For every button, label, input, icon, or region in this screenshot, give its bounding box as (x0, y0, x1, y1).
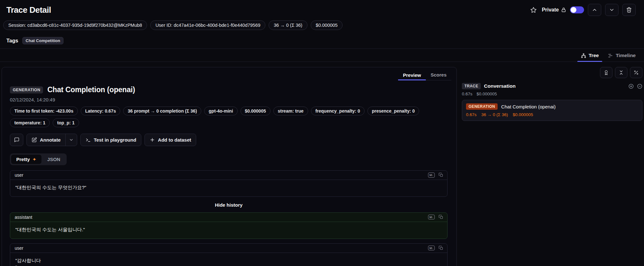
circle-minus-icon (637, 84, 642, 89)
observation-body: GENERATION Chat Completion (openai) 02/1… (2, 80, 456, 266)
plus-icon (150, 137, 155, 143)
star-button[interactable] (529, 5, 538, 15)
generation-type-badge: GENERATION (10, 86, 43, 93)
preview-scores-tabbar: Preview Scores (2, 67, 456, 80)
message-role: user (15, 246, 23, 251)
observation-card: Preview Scores GENERATION Chat Completio… (2, 67, 457, 266)
cost-badge: $0.000005 (311, 20, 343, 30)
copy-icon[interactable] (439, 173, 443, 177)
tags-label: Tags (6, 38, 18, 44)
percent-icon (633, 70, 639, 75)
caret-down-icon (69, 137, 74, 142)
circle-plus-icon (628, 84, 634, 89)
previous-trace-button[interactable] (588, 4, 601, 16)
pill-latency: Latency: 0.67s (81, 107, 121, 115)
observation-header: GENERATION Chat Completion (openai) (10, 85, 448, 94)
trace-name: Conversation (484, 83, 515, 89)
collapse-tree-button[interactable] (637, 84, 642, 89)
content-area: Preview Scores GENERATION Chat Completio… (0, 62, 644, 266)
show-percentages-button[interactable] (630, 67, 642, 78)
markdown-toggle-icon[interactable]: M↓ (428, 246, 435, 250)
add-to-dataset-label: Add to dataset (158, 137, 191, 143)
edit-pencil-icon (32, 137, 37, 143)
annotate-dropdown-button[interactable] (65, 134, 77, 146)
chat-bubble-icon (14, 137, 19, 143)
add-to-dataset-button[interactable]: Add to dataset (144, 134, 196, 146)
message-header: user M↓ (10, 244, 447, 253)
message-list: user M↓ "대한민국의 수도는 무엇인가요?" Hide history … (10, 170, 448, 266)
tab-timeline-label: Timeline (616, 53, 636, 58)
message-user-1: user M↓ "대한민국의 수도는 무엇인가요?" (10, 170, 448, 197)
header-actions: Private (529, 4, 636, 16)
chevron-down-icon (609, 7, 615, 13)
message-content: "대한민국의 수도는 무엇인가요?" (10, 180, 447, 196)
observation-title: Chat Completion (openai) (47, 85, 135, 94)
message-user-2: user M↓ "감사합니다 " (10, 243, 448, 266)
message-content: "감사합니다 " (10, 253, 447, 266)
message-role: user (15, 173, 23, 178)
pill-top-p: top_p: 1 (53, 118, 79, 127)
hide-history-toggle[interactable]: Hide history (10, 201, 448, 208)
trace-latency: 0.67s (462, 92, 472, 96)
tab-tree[interactable]: Tree (576, 50, 603, 62)
pill-stream: stream: true (273, 107, 308, 115)
format-tab-group: Pretty ✦ JSON (10, 153, 67, 165)
pill-frequency-penalty: frequency_penalty: 0 (311, 107, 365, 115)
tree-toolbar (462, 67, 642, 78)
trash-icon (626, 7, 632, 13)
pill-token-usage: 36 prompt → 0 completion (Σ 36) (123, 107, 201, 115)
annotate-split-button: Annotate (26, 134, 77, 146)
markdown-toggle-icon[interactable]: M↓ (428, 173, 435, 177)
timeline-icon (608, 53, 613, 58)
award-icon (603, 70, 609, 75)
observation-timestamp: 02/12/2024, 14:20:49 (10, 97, 448, 102)
page-title: Trace Detail (6, 5, 51, 15)
playground-label: Test in playground (94, 137, 136, 143)
action-bar: Annotate Test in playground (10, 134, 448, 146)
pill-presence-penalty: presence_penalty: 0 (367, 107, 419, 115)
test-in-playground-button[interactable]: Test in playground (80, 134, 141, 146)
lock-icon (561, 7, 566, 12)
next-trace-button[interactable] (605, 4, 618, 16)
chevrons-collapse-icon (618, 70, 624, 75)
trace-cost: $0.000005 (477, 92, 497, 96)
message-role: assistant (15, 215, 32, 220)
tree-node-generation[interactable]: GENERATION Chat Completion (openai) 0.67… (462, 100, 642, 121)
show-scores-button[interactable] (600, 67, 612, 78)
chevron-up-icon (592, 7, 597, 13)
tree-icon (581, 53, 586, 58)
comments-button[interactable] (10, 134, 23, 146)
annotate-label: Annotate (40, 137, 61, 143)
tag-chip[interactable]: Chat Competition (22, 37, 63, 44)
generation-badge: GENERATION (466, 103, 498, 110)
meta-badge-row: Session: cd3abcd6-c81c-4037-935d-19d9f27… (2, 18, 644, 34)
tab-pretty[interactable]: Pretty ✦ (11, 155, 41, 164)
markdown-toggle-icon[interactable]: M↓ (428, 215, 435, 219)
node-latency: 0.67s (466, 112, 477, 117)
pill-cost: $0.000005 (241, 107, 270, 115)
tab-tree-label: Tree (589, 53, 599, 58)
pill-model[interactable]: gpt-4o-mini (204, 107, 237, 115)
toggle-knob (571, 7, 576, 13)
annotate-button[interactable]: Annotate (27, 134, 65, 146)
share-toggle[interactable] (570, 6, 584, 13)
sparkles-icon: ✦ (33, 157, 37, 162)
message-header: assistant M↓ (10, 213, 447, 222)
trace-metrics: 0.67s $0.000005 (462, 92, 642, 96)
tab-json[interactable]: JSON (42, 155, 65, 164)
trace-type-badge: TRACE (462, 83, 481, 89)
copy-icon[interactable] (439, 246, 443, 250)
collapse-all-button[interactable] (615, 67, 627, 78)
pretty-label: Pretty (16, 157, 30, 162)
user-id-badge[interactable]: User ID: dc47a41e-06bc-400d-bde1-f0e440d… (150, 20, 265, 30)
star-icon (530, 7, 537, 13)
trace-root-row[interactable]: TRACE Conversation (462, 83, 642, 89)
expand-all-button[interactable] (628, 84, 634, 89)
tab-scores[interactable]: Scores (426, 70, 451, 80)
tab-preview[interactable]: Preview (398, 70, 426, 80)
session-badge[interactable]: Session: cd3abcd6-c81c-4037-935d-19d9f27… (3, 20, 147, 30)
node-tokens: 36 → 0 (Σ 36) (481, 112, 508, 117)
copy-icon[interactable] (439, 215, 443, 219)
tab-timeline[interactable]: Timeline (603, 50, 640, 62)
delete-trace-button[interactable] (622, 4, 636, 16)
